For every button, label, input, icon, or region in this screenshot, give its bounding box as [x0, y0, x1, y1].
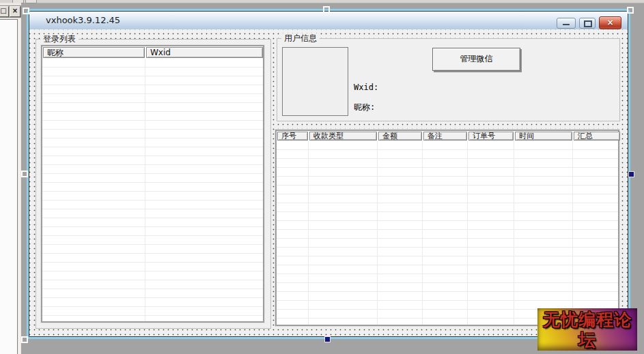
- user-info-groupbox: 用户信息 Wxid: 昵称: 管理微信: [277, 38, 620, 121]
- column-header-4[interactable]: 备注: [423, 132, 467, 141]
- form-titlebar[interactable]: vxhook3.9.12.45 ×: [29, 12, 628, 30]
- nickname-label: 昵称:: [354, 102, 375, 113]
- selection-handle-bottom-center[interactable]: [324, 336, 331, 342]
- designed-form-window: vxhook3.9.12.45 × 登录列表 昵称Wxid: [29, 11, 628, 337]
- window-title: vxhook3.9.12.45: [46, 15, 120, 25]
- selection-handle-top-center[interactable]: [323, 6, 330, 13]
- designer-canvas: □ × vxhook3.9.12.45 × 登录列表: [0, 0, 644, 354]
- ide-side-panel: □ ×: [0, 3, 21, 354]
- column-header-7[interactable]: 汇总: [574, 132, 620, 141]
- login-listview-body[interactable]: [42, 59, 263, 321]
- column-header-6[interactable]: 时间: [515, 132, 572, 141]
- column-separator: [377, 141, 378, 325]
- manage-wechat-button[interactable]: 管理微信: [432, 48, 520, 71]
- selection-handle-left-middle[interactable]: [21, 171, 28, 177]
- close-button[interactable]: ×: [599, 16, 621, 29]
- restore-icon: [584, 20, 592, 27]
- column-header-3[interactable]: 金额: [378, 132, 422, 141]
- orders-table-header: 序号收款类型金额备注订单号时间汇总: [277, 132, 618, 141]
- column-separator: [422, 141, 423, 325]
- selection-handle-top-left[interactable]: [23, 8, 29, 14]
- column-header-1[interactable]: 序号: [277, 132, 308, 141]
- avatar-picture-box[interactable]: [282, 47, 348, 116]
- selection-handle-bottom-left[interactable]: [21, 336, 28, 343]
- selection-handle-right-middle[interactable]: [628, 171, 634, 177]
- close-icon: ×: [12, 7, 18, 14]
- column-separator: [308, 141, 309, 325]
- column-separator: [145, 59, 145, 321]
- column-separator: [467, 141, 468, 325]
- panel-list-fragment[interactable]: [0, 19, 18, 354]
- orders-table-body[interactable]: [277, 141, 618, 325]
- watermark-forum-name: 无忧编程论坛: [537, 310, 637, 351]
- login-list-groupbox: 登录列表 昵称Wxid: [36, 39, 271, 329]
- restore-icon: □: [0, 7, 6, 14]
- close-icon: ×: [606, 18, 613, 27]
- user-info-group-label: 用户信息: [281, 33, 320, 43]
- panel-edge-highlight: [18, 19, 20, 354]
- column-header-1[interactable]: 昵称: [43, 47, 145, 58]
- restore-button[interactable]: [579, 18, 596, 29]
- column-header-2[interactable]: 收款类型: [309, 132, 377, 141]
- selection-handle-top-right[interactable]: [627, 7, 634, 14]
- login-list-group-label: 登录列表: [40, 34, 79, 44]
- watermark-badge: 无忧编程论坛 www.whct.net: [537, 308, 637, 351]
- panel-restore-button[interactable]: □: [0, 6, 9, 17]
- wxid-label: Wxid:: [354, 83, 378, 92]
- column-header-2[interactable]: Wxid: [146, 47, 263, 58]
- panel-close-button[interactable]: ×: [10, 6, 20, 17]
- minimize-icon: [563, 24, 570, 25]
- column-separator: [514, 141, 514, 325]
- login-listview[interactable]: 昵称Wxid: [41, 45, 264, 323]
- column-separator: [572, 141, 573, 325]
- orders-table[interactable]: 序号收款类型金额备注订单号时间汇总: [275, 130, 619, 326]
- toolbar-button-fragment[interactable]: [25, 0, 37, 3]
- form-client-area: 登录列表 昵称Wxid 用户信息 Wxid: 昵称: 管理微信 序号收款类型金额…: [29, 29, 628, 336]
- minimize-button[interactable]: [557, 18, 576, 29]
- login-listview-header: 昵称Wxid: [43, 47, 263, 58]
- ide-toolbar-fragment: [0, 0, 644, 3]
- column-header-5[interactable]: 订单号: [468, 132, 514, 141]
